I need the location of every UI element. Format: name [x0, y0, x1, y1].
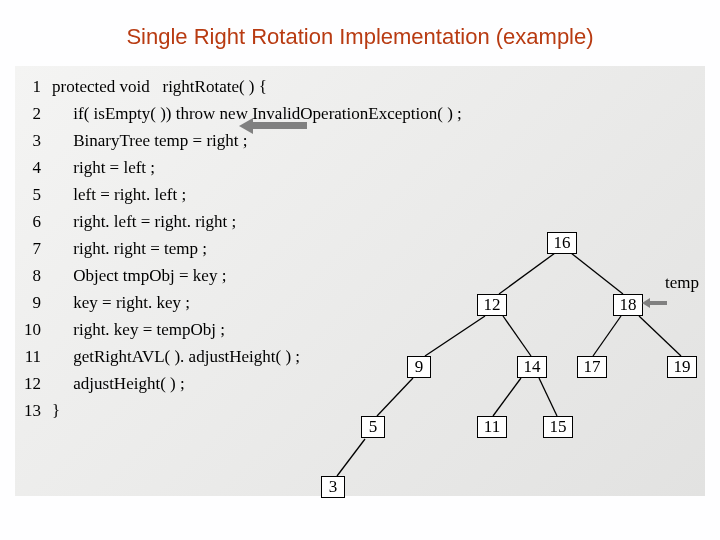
tree-node: 18 [613, 294, 643, 316]
svg-line-0 [499, 253, 555, 294]
tree-node: 14 [517, 356, 547, 378]
tree-diagram: 16 12 18 9 14 17 19 5 11 15 3 temp [15, 66, 705, 496]
svg-line-1 [571, 253, 623, 294]
tree-node: 16 [547, 232, 577, 254]
tree-node: 19 [667, 356, 697, 378]
tree-node: 15 [543, 416, 573, 438]
svg-line-7 [493, 378, 521, 416]
tree-edges [15, 66, 705, 496]
svg-line-8 [539, 378, 557, 416]
temp-label: temp [665, 273, 699, 293]
tree-node: 5 [361, 416, 385, 438]
svg-line-5 [639, 316, 681, 356]
svg-line-3 [503, 316, 531, 356]
content-panel: 1protected void rightRotate( ) { 2 if( i… [15, 66, 705, 496]
svg-line-9 [337, 439, 365, 476]
svg-line-2 [425, 316, 485, 356]
svg-line-6 [377, 378, 413, 416]
tree-node: 17 [577, 356, 607, 378]
tree-node: 9 [407, 356, 431, 378]
tree-node: 11 [477, 416, 507, 438]
page-title: Single Right Rotation Implementation (ex… [0, 24, 720, 50]
tree-node: 12 [477, 294, 507, 316]
tree-node: 3 [321, 476, 345, 498]
svg-line-4 [593, 316, 621, 356]
